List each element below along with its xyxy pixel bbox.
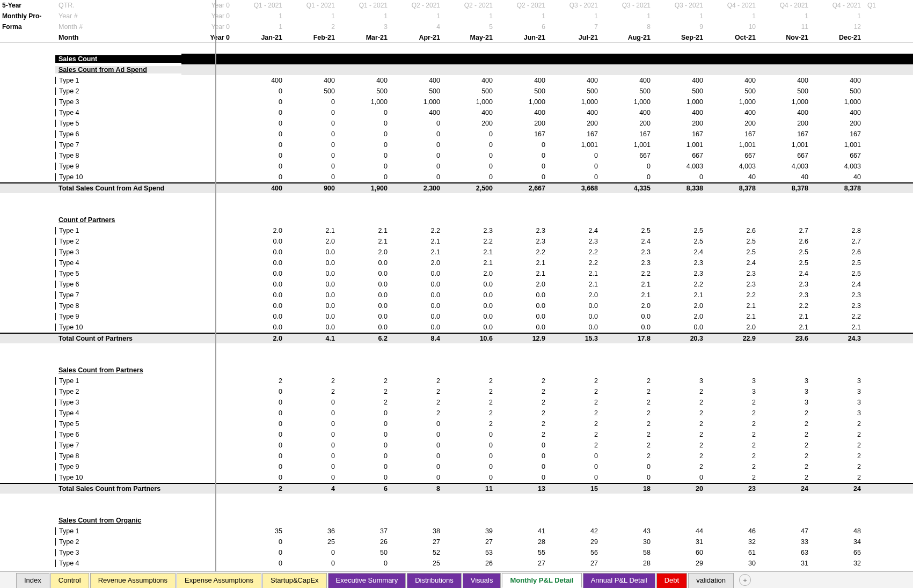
cell[interactable]: 0	[287, 399, 339, 406]
cell[interactable]: 167	[550, 130, 602, 138]
cell[interactable]: 2	[339, 377, 392, 385]
add-sheet-button[interactable]: +	[739, 574, 751, 586]
sheet-tab-revenue-assumptions[interactable]: Revenue Assumptions	[90, 573, 176, 588]
cell[interactable]: 1,000	[392, 98, 444, 106]
cell[interactable]: 2.1	[550, 281, 602, 288]
cell[interactable]: 2	[444, 377, 497, 385]
cell[interactable]: 2.0	[602, 302, 655, 310]
table-row[interactable]: Type 70.00.00.00.00.00.02.02.12.12.22.32…	[0, 290, 913, 300]
cell[interactable]: 2.5	[760, 259, 813, 267]
cell[interactable]: 0.0	[602, 324, 655, 331]
cell[interactable]: 0	[287, 463, 339, 471]
cell[interactable]: 2	[392, 399, 444, 406]
cell[interactable]: 0	[655, 173, 707, 181]
cell[interactable]: 2.1	[497, 259, 550, 267]
cell[interactable]: 0.0	[287, 259, 339, 267]
cell[interactable]: 0	[339, 442, 392, 449]
sheet-tab-monthly-p-l-detail[interactable]: Monthly P&L Detail	[502, 573, 581, 588]
cell[interactable]: 2.2	[550, 248, 602, 256]
cell[interactable]: 2.4	[707, 259, 760, 267]
cell[interactable]: 0	[444, 141, 497, 149]
cell[interactable]: 2	[497, 377, 550, 385]
cell[interactable]: 0	[602, 463, 655, 471]
table-row[interactable]: Type 3002222222233	[0, 397, 913, 408]
sheet-tab-index[interactable]: Index	[16, 573, 49, 588]
cell[interactable]: 400	[392, 109, 444, 116]
cell[interactable]: 2.0	[234, 227, 287, 234]
cell[interactable]: 400	[497, 109, 550, 116]
cell[interactable]: 667	[655, 152, 707, 159]
cell[interactable]: 0.0	[497, 313, 550, 320]
cell[interactable]: 0	[287, 130, 339, 138]
spreadsheet-grid[interactable]: 5-Year QTR. Year 0 Q1 - 2021 Q1 - 2021 Q…	[0, 0, 913, 571]
table-row[interactable]: Type 202526272728293031323334	[0, 536, 913, 547]
cell[interactable]: 2.1	[339, 227, 392, 234]
cell[interactable]: 39	[444, 527, 497, 535]
cell[interactable]: 2	[760, 409, 813, 417]
cell[interactable]: 0.0	[497, 291, 550, 299]
cell[interactable]: 42	[550, 527, 602, 535]
cell[interactable]: 0	[602, 163, 655, 170]
cell[interactable]: 2.4	[813, 281, 865, 288]
cell[interactable]: 1,001	[655, 141, 707, 149]
cell[interactable]: 0	[287, 442, 339, 449]
cell[interactable]: 2.0	[550, 291, 602, 299]
cell[interactable]: 27	[550, 560, 602, 567]
cell[interactable]: 0.0	[234, 313, 287, 320]
cell[interactable]: 40	[760, 173, 813, 181]
cell[interactable]: 0	[287, 98, 339, 106]
cell[interactable]: 3	[655, 377, 707, 385]
cell[interactable]: 0	[550, 452, 602, 460]
cell[interactable]: 667	[813, 152, 865, 159]
cell[interactable]: 0	[339, 141, 392, 149]
cell[interactable]: 2.1	[287, 227, 339, 234]
cell[interactable]: 0	[234, 98, 287, 106]
cell[interactable]: 500	[813, 87, 865, 95]
cell[interactable]: 53	[444, 549, 497, 556]
cell[interactable]: 2	[550, 388, 602, 395]
cell[interactable]: 2.2	[602, 270, 655, 277]
cell[interactable]: 200	[707, 120, 760, 127]
cell[interactable]: 0	[392, 163, 444, 170]
cell[interactable]: 0.0	[234, 270, 287, 277]
cell[interactable]: 2	[339, 399, 392, 406]
cell[interactable]: 1,000	[497, 98, 550, 106]
cell[interactable]: 0.0	[287, 270, 339, 277]
cell[interactable]: 0	[497, 474, 550, 481]
cell[interactable]: 2	[813, 420, 865, 428]
table-row[interactable]: Type 50000200200200200200200200200	[0, 118, 913, 129]
cell[interactable]: 2	[602, 399, 655, 406]
table-row[interactable]: Type 10000000000404040	[0, 172, 913, 182]
cell[interactable]: 0	[550, 173, 602, 181]
cell[interactable]: 2.0	[392, 259, 444, 267]
table-row[interactable]: Type 90.00.00.00.00.00.00.00.02.02.12.12…	[0, 311, 913, 322]
cell[interactable]: 33	[760, 538, 813, 546]
cell[interactable]: 0.0	[287, 313, 339, 320]
cell[interactable]: 25	[287, 538, 339, 546]
cell[interactable]: 2	[392, 388, 444, 395]
cell[interactable]: 2	[602, 452, 655, 460]
table-row[interactable]: Type 50.00.00.00.02.02.12.12.22.32.32.42…	[0, 268, 913, 279]
cell[interactable]: 0	[234, 474, 287, 481]
cell[interactable]: 47	[760, 527, 813, 535]
cell[interactable]: 2.0	[655, 313, 707, 320]
cell[interactable]: 500	[497, 87, 550, 95]
cell[interactable]: 0	[287, 141, 339, 149]
cell[interactable]: 0.0	[287, 302, 339, 310]
cell[interactable]: 0.0	[287, 281, 339, 288]
cell[interactable]: 0	[234, 452, 287, 460]
cell[interactable]: 35	[234, 527, 287, 535]
cell[interactable]: 2	[444, 399, 497, 406]
cell[interactable]: 2.3	[707, 270, 760, 277]
cell[interactable]: 0	[234, 442, 287, 449]
cell[interactable]: 0.0	[287, 324, 339, 331]
cell[interactable]: 34	[813, 538, 865, 546]
cell[interactable]: 0	[234, 120, 287, 127]
cell[interactable]: 400	[813, 109, 865, 116]
table-row[interactable]: Type 9000000002222	[0, 461, 913, 472]
cell[interactable]: 0.0	[444, 291, 497, 299]
sheet-tab-distributions[interactable]: Distributions	[407, 573, 462, 588]
cell[interactable]: 0.0	[339, 291, 392, 299]
cell[interactable]: 400	[760, 109, 813, 116]
cell[interactable]: 3	[707, 388, 760, 395]
